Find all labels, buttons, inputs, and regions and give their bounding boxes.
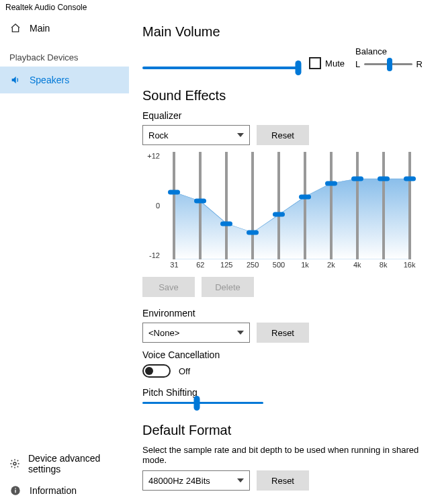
checkbox-icon [309,57,321,69]
eq-band-thumb[interactable] [351,177,363,181]
svg-rect-3 [15,488,15,489]
svg-rect-2 [15,490,15,493]
equalizer-label: Equalizer [142,110,423,121]
pitch-slider[interactable] [142,402,263,404]
default-format-reset-button[interactable]: Reset [257,470,309,491]
environment-value: <None> [148,328,179,338]
eq-band-thumb[interactable] [378,177,390,181]
eq-band-thumb[interactable] [220,221,232,226]
eq-band-thumb[interactable] [299,194,311,199]
eq-x-label: 250 [247,261,259,269]
balance-label: Balance [355,46,423,56]
environment-select[interactable]: <None> [142,323,250,343]
pitch-shifting-label: Pitch Shifting [142,387,423,398]
main-volume-heading: Main Volume [142,24,423,40]
sidebar-item-label: Device advanced settings [28,453,120,474]
speaker-icon [9,75,21,85]
balance-thumb[interactable] [387,58,392,71]
sidebar: Main Playback Devices Speakers Device ad… [0,15,129,504]
eq-band-track[interactable] [304,152,306,259]
balance-slider[interactable] [364,63,412,65]
sidebar-item-speakers[interactable]: Speakers [0,67,129,93]
chevron-down-icon [237,331,244,335]
gear-icon [9,458,20,469]
mute-checkbox[interactable]: Mute [309,46,345,69]
sidebar-item-information[interactable]: Information [0,477,129,504]
equalizer-reset-button[interactable]: Reset [257,125,309,145]
home-icon [9,23,21,34]
balance-left-label: L [355,59,360,69]
eq-y-top: +12 [142,152,160,160]
mute-label: Mute [325,58,345,69]
info-icon [9,485,21,496]
eq-x-label: 500 [273,261,285,269]
balance-right-label: R [416,59,423,69]
eq-x-label: 2k [327,261,335,269]
main-volume-slider[interactable] [142,67,298,69]
environment-label: Environment [142,308,423,319]
svg-point-0 [13,462,16,465]
eq-x-label: 1k [301,261,309,269]
default-format-select[interactable]: 48000Hz 24Bits [142,470,250,491]
eq-band-thumb[interactable] [404,177,416,181]
voice-cancellation-state: Off [179,366,190,376]
equalizer-save-button[interactable]: Save [142,277,195,297]
eq-x-label: 125 [220,261,232,269]
default-format-heading: Default Format [142,423,423,438]
chevron-down-icon [237,133,244,137]
eq-y-bot: -12 [142,251,160,259]
toggle-knob [145,367,153,375]
sidebar-section-playback: Playback Devices [0,42,129,67]
eq-band-track[interactable] [173,152,175,259]
sidebar-item-label: Main [30,23,50,34]
eq-band-track[interactable] [277,152,280,259]
sidebar-item-advanced[interactable]: Device advanced settings [0,450,129,477]
eq-band-track[interactable] [330,152,333,259]
window-title: Realtek Audio Console [0,0,440,15]
eq-band-thumb[interactable] [247,230,259,235]
sound-effects-heading: Sound Effects [142,88,423,103]
main-volume-thumb[interactable] [296,60,302,75]
environment-reset-button[interactable]: Reset [257,323,309,343]
voice-cancellation-label: Voice Cancellation [142,349,423,360]
eq-x-label: 62 [196,261,204,269]
pitch-thumb[interactable] [194,396,200,411]
default-format-value: 48000Hz 24Bits [148,476,210,486]
eq-band-track[interactable] [382,152,385,259]
eq-x-label: 4k [353,261,361,269]
main-panel: Main Volume Mute Balance L [129,15,440,504]
eq-band-track[interactable] [199,152,202,259]
eq-band-thumb[interactable] [168,190,180,195]
eq-band-track[interactable] [251,152,254,259]
default-format-desc: Select the sample rate and bit depth to … [142,445,423,465]
eq-x-label: 16k [404,261,416,269]
equalizer-graph: +12 0 -12 3162125250 [142,152,423,271]
equalizer-delete-button[interactable]: Delete [202,277,254,297]
voice-cancellation-toggle[interactable] [142,364,171,378]
eq-band-track[interactable] [225,152,228,259]
equalizer-preset-value: Rock [148,130,169,140]
eq-band-thumb[interactable] [273,212,285,217]
chevron-down-icon [237,478,244,482]
sidebar-item-label: Speakers [30,75,69,85]
eq-y-mid: 0 [142,202,160,210]
eq-band-thumb[interactable] [194,199,206,204]
eq-x-label: 31 [170,261,178,269]
eq-band-thumb[interactable] [325,181,337,185]
eq-x-label: 8k [380,261,388,269]
sidebar-item-label: Information [30,485,77,496]
sidebar-item-main[interactable]: Main [0,15,129,42]
eq-band-track[interactable] [356,152,359,259]
eq-band-track[interactable] [408,152,411,259]
equalizer-preset-select[interactable]: Rock [142,125,250,145]
